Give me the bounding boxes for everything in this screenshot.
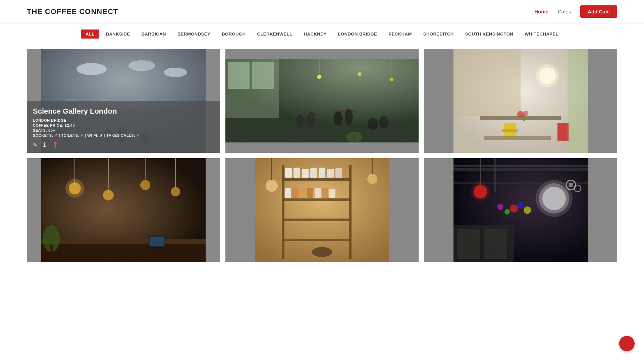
svg-rect-67: [282, 198, 352, 201]
cafe-image: [225, 49, 419, 153]
svg-point-18: [333, 111, 342, 125]
filter-tag-south-kensington[interactable]: SOUTH KENSINGTON: [461, 29, 518, 39]
svg-point-23: [317, 75, 322, 79]
svg-point-27: [390, 78, 393, 81]
svg-rect-78: [292, 188, 299, 198]
svg-point-2: [76, 63, 107, 75]
svg-point-16: [307, 112, 316, 127]
svg-point-85: [266, 180, 278, 192]
svg-rect-56: [41, 239, 206, 244]
svg-rect-111: [484, 229, 507, 259]
filter-tag-london-bridge[interactable]: LONDON BRIDGE: [333, 29, 382, 39]
filter-tag-borough[interactable]: BOROUGH: [217, 29, 250, 39]
svg-rect-74: [319, 168, 325, 178]
svg-rect-14: [292, 113, 319, 115]
svg-rect-107: [453, 165, 588, 167]
cafe-card[interactable]: [225, 158, 419, 262]
location-cafe-button[interactable]: 📍: [52, 142, 59, 148]
cafe-name: Science Gallery London: [33, 107, 214, 116]
svg-point-100: [497, 204, 503, 210]
svg-point-48: [65, 179, 84, 198]
svg-point-52: [140, 180, 150, 190]
svg-point-4: [164, 68, 187, 77]
cafe-image: [225, 158, 419, 262]
svg-rect-60: [147, 247, 167, 248]
svg-rect-29: [353, 134, 356, 142]
svg-rect-37: [502, 129, 518, 132]
svg-rect-71: [293, 168, 300, 178]
svg-rect-68: [282, 219, 352, 221]
filter-tag-all[interactable]: ALL: [81, 29, 99, 39]
cafe-card[interactable]: Science Gallery LondonLONDON BRIDGECOFFE…: [27, 49, 220, 153]
filter-bar: ALLBANKSIDEBARBICANBERMONDSEYBOROUGHCLER…: [0, 23, 644, 42]
svg-point-97: [517, 202, 524, 208]
edit-cafe-button[interactable]: ✎: [33, 142, 37, 148]
svg-rect-82: [322, 188, 328, 198]
cafe-image: [424, 158, 617, 262]
cafe-card-overlay: Science Gallery LondonLONDON BRIDGECOFFE…: [27, 101, 220, 153]
svg-rect-69: [282, 239, 352, 241]
filter-tag-shoreditch[interactable]: SHOREDITCH: [419, 29, 459, 39]
cafe-action-icons: ✎🗑📍: [33, 142, 214, 148]
svg-point-50: [103, 190, 114, 200]
filter-tag-bankside[interactable]: BANKSIDE: [101, 29, 135, 39]
svg-point-54: [171, 187, 180, 196]
svg-rect-43: [568, 49, 588, 153]
svg-point-20: [368, 118, 378, 129]
svg-point-102: [569, 183, 573, 187]
filter-tag-barbican[interactable]: BARBICAN: [137, 29, 171, 39]
svg-point-88: [312, 247, 332, 257]
svg-point-33: [536, 64, 559, 87]
svg-rect-91: [453, 168, 588, 171]
svg-point-40: [517, 111, 524, 118]
filter-tag-clerkenwell[interactable]: CLERKENWELL: [253, 29, 297, 39]
cafe-amenities: SOCKETS: ✓ | TOILETS: ✓ | WI-FI: ✗ | TAK…: [33, 133, 214, 138]
svg-point-3: [128, 60, 155, 71]
delete-cafe-button[interactable]: 🗑: [42, 142, 47, 148]
filter-tag-peckham[interactable]: PECKHAM: [384, 29, 416, 39]
svg-rect-58: [50, 245, 53, 262]
svg-rect-83: [329, 189, 335, 198]
svg-rect-38: [484, 136, 551, 140]
cafe-image: [424, 49, 617, 153]
add-cafe-button[interactable]: Add Cafe: [580, 5, 617, 18]
cafe-card[interactable]: [225, 49, 419, 153]
svg-rect-77: [285, 188, 291, 198]
cafe-card[interactable]: [27, 158, 220, 262]
svg-point-19: [345, 109, 353, 125]
svg-rect-12: [228, 62, 250, 89]
svg-rect-13: [252, 62, 274, 89]
svg-rect-73: [310, 168, 317, 178]
nav-home-link[interactable]: Home: [534, 9, 548, 14]
svg-rect-80: [307, 188, 313, 198]
cafe-card[interactable]: [424, 49, 617, 153]
cafe-image: [27, 158, 220, 262]
main-nav: Home Cafes Add Cafe: [534, 5, 617, 18]
svg-point-99: [524, 206, 531, 214]
svg-rect-76: [335, 168, 342, 178]
cafe-seats: SEATS: 50+: [33, 128, 214, 132]
svg-rect-42: [523, 114, 525, 121]
filter-tag-hackney[interactable]: HACKNEY: [299, 29, 331, 39]
cafe-card[interactable]: [424, 158, 617, 262]
filter-tag-bermondsey[interactable]: BERMONDSEY: [173, 29, 215, 39]
header: THE COFFEE CONNECT Home Cafes Add Cafe: [0, 0, 644, 23]
svg-point-96: [510, 204, 518, 213]
svg-point-98: [504, 209, 510, 215]
svg-rect-108: [494, 158, 496, 192]
filter-tag-whitechapel[interactable]: WHITECHAPEL: [520, 29, 563, 39]
svg-point-95: [542, 187, 566, 210]
svg-rect-79: [300, 189, 306, 198]
svg-point-21: [379, 116, 389, 129]
svg-rect-110: [457, 229, 480, 259]
svg-rect-55: [41, 242, 206, 262]
svg-point-15: [296, 114, 306, 128]
site-logo: THE COFFEE CONNECT: [27, 7, 118, 16]
svg-rect-39: [557, 123, 569, 141]
nav-cafes-link[interactable]: Cafes: [558, 9, 571, 14]
cafe-coffee-price: COFFEE PRICE: £2.40: [33, 123, 214, 127]
cafe-neighborhood: LONDON BRIDGE: [33, 118, 214, 122]
svg-rect-34: [453, 49, 521, 116]
svg-rect-81: [315, 188, 321, 198]
svg-rect-61: [150, 237, 164, 246]
